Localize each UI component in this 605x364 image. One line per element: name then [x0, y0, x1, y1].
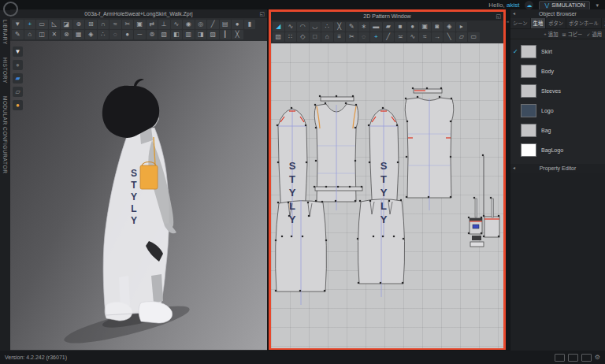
- tool-icon[interactable]: ▱: [456, 32, 468, 42]
- tool-icon[interactable]: ▨: [207, 30, 219, 39]
- tool-icon[interactable]: ▭: [36, 20, 48, 29]
- tool-icon[interactable]: ✎: [12, 30, 24, 39]
- left-vertical-tab[interactable]: LIBRARY: [2, 20, 8, 45]
- tool-icon[interactable]: ⇄: [147, 20, 158, 29]
- left-vertical-tab[interactable]: MODULAR CONFIGURATOR: [2, 96, 8, 173]
- object-browser-tab[interactable]: ボタンホール: [566, 18, 602, 28]
- tool-icon[interactable]: ⌂: [24, 30, 36, 39]
- tool-icon[interactable]: ◌: [358, 32, 370, 42]
- tool-icon[interactable]: →: [432, 32, 444, 42]
- layout-icon-3[interactable]: [581, 354, 592, 362]
- tool-icon[interactable]: ─: [134, 30, 146, 39]
- tool-icon[interactable]: ⊞: [85, 20, 97, 29]
- tool-icon[interactable]: ✎: [346, 22, 358, 32]
- tool-icon[interactable]: ◧: [171, 30, 183, 39]
- left-vertical-tab[interactable]: HISTORY: [2, 58, 8, 84]
- fabric-swatch[interactable]: [521, 65, 536, 78]
- fabric-swatch[interactable]: [521, 143, 536, 157]
- tool-icon[interactable]: ╱: [207, 20, 219, 29]
- tool-icon[interactable]: ∿: [171, 20, 183, 29]
- username[interactable]: akist: [507, 2, 519, 9]
- tool-icon[interactable]: ≈: [109, 20, 121, 29]
- layout-icon-2[interactable]: [568, 354, 578, 362]
- tool-icon[interactable]: ▧: [158, 30, 170, 39]
- tool-icon[interactable]: ▤: [220, 20, 232, 29]
- tool-icon[interactable]: ⊚: [147, 30, 158, 39]
- tool-icon[interactable]: ▭: [468, 32, 480, 42]
- tool-icon[interactable]: ●: [407, 22, 419, 32]
- tool-icon[interactable]: ▰: [383, 22, 395, 32]
- tool-icon[interactable]: ⌂: [321, 32, 333, 42]
- tool-icon[interactable]: ⊗: [61, 30, 72, 39]
- tool-icon[interactable]: ✂: [346, 32, 358, 42]
- tool-icon[interactable]: ▦: [73, 30, 85, 39]
- tool-icon[interactable]: ▬: [370, 22, 382, 32]
- fabric-swatch[interactable]: [521, 84, 536, 98]
- collapse-arrow-icon[interactable]: ◂: [513, 164, 515, 173]
- popout-icon[interactable]: ◱: [259, 9, 265, 18]
- fabric-toggle[interactable]: ▰: [13, 73, 23, 84]
- fabric-list-item[interactable]: ✓ Bag: [510, 121, 605, 140]
- garment-toggle[interactable]: ▼: [13, 46, 23, 57]
- pattern-bag-strap-left[interactable]: [475, 199, 477, 217]
- tool-icon[interactable]: ∿: [407, 32, 419, 42]
- fabric-swatch[interactable]: [521, 104, 536, 117]
- tool-icon[interactable]: ◪: [61, 20, 72, 29]
- tool-icon[interactable]: □: [310, 32, 321, 42]
- tool-icon[interactable]: ≈: [419, 32, 431, 42]
- collapse-arrow-icon[interactable]: ◂: [513, 9, 515, 18]
- layout-icon-1[interactable]: [555, 354, 565, 362]
- fabric-list-item[interactable]: ✓ Sleeves: [510, 81, 605, 101]
- pattern-bag-back[interactable]: [484, 217, 499, 237]
- fabric-swatch[interactable]: [521, 45, 536, 58]
- tool-icon[interactable]: ∿: [285, 22, 297, 32]
- fabric-list-item[interactable]: ✓ Logo: [510, 101, 605, 121]
- pattern-pieces[interactable]: STYLY STYLY: [271, 43, 503, 348]
- object-browser-tab[interactable]: 生地: [531, 18, 547, 28]
- tool-icon[interactable]: ╱: [383, 32, 395, 42]
- closet-connect-button[interactable]: ☁: [525, 1, 533, 9]
- gear-icon[interactable]: ⚙: [595, 354, 600, 361]
- simulation-button[interactable]: ⋁ SIMULATION: [539, 1, 590, 10]
- tool-icon[interactable]: ◎: [195, 20, 207, 29]
- tool-icon[interactable]: ◙: [432, 22, 444, 32]
- simulation-dropdown-caret[interactable]: ▾: [596, 2, 599, 9]
- object-browser-tab[interactable]: ス: [602, 18, 605, 28]
- tool-icon[interactable]: ∩: [98, 20, 109, 29]
- tool-icon[interactable]: ◫: [36, 30, 48, 39]
- tool-icon[interactable]: ▸: [456, 22, 468, 32]
- tool-icon[interactable]: ▧: [273, 32, 284, 42]
- popout-icon[interactable]: ◱: [496, 12, 501, 20]
- tool-icon[interactable]: ◈: [85, 30, 97, 39]
- fabric-list-item[interactable]: ✓ Body: [510, 61, 605, 81]
- object-action-button[interactable]: ✓適用: [586, 31, 602, 38]
- tool-icon[interactable]: ⊥: [158, 20, 170, 29]
- tool-icon[interactable]: ≡: [334, 32, 346, 42]
- tool-icon[interactable]: ▼: [12, 20, 24, 29]
- tool-icon[interactable]: ●: [232, 20, 243, 29]
- fabric-list-item[interactable]: ✓ Skirt: [510, 42, 605, 61]
- panel-collapse-arrow[interactable]: «: [507, 19, 509, 24]
- tool-icon[interactable]: ▣: [419, 22, 431, 32]
- avatar-head-toggle[interactable]: ●: [13, 100, 23, 110]
- tool-icon[interactable]: ≍: [395, 32, 406, 42]
- tool-icon[interactable]: ✕: [49, 30, 61, 39]
- avatar-toggle[interactable]: ●: [13, 60, 23, 70]
- tool-icon[interactable]: ◉: [183, 20, 195, 29]
- object-action-button[interactable]: ⊞コピー: [562, 31, 582, 38]
- tool-icon[interactable]: ╳: [232, 30, 243, 39]
- tool-icon[interactable]: ▣: [134, 20, 146, 29]
- tool-icon[interactable]: ■: [395, 22, 406, 32]
- tool-icon[interactable]: ◺: [49, 20, 61, 29]
- fabric-list-item[interactable]: ✓ BagLogo: [510, 140, 605, 160]
- tool-icon[interactable]: +: [370, 32, 382, 42]
- object-action-button[interactable]: +追加: [544, 31, 558, 38]
- pattern-neckband-front[interactable]: [321, 97, 354, 101]
- tool-icon[interactable]: ◢: [273, 22, 284, 32]
- pattern-canvas[interactable]: STYLY STYLY: [271, 43, 503, 348]
- tool-icon[interactable]: ∗: [358, 22, 370, 32]
- avatar-3d-render[interactable]: STYLY: [10, 41, 267, 350]
- tool-icon[interactable]: ✂: [122, 20, 134, 29]
- tool-icon[interactable]: ┃: [220, 30, 232, 39]
- tool-icon[interactable]: ◌: [109, 30, 121, 39]
